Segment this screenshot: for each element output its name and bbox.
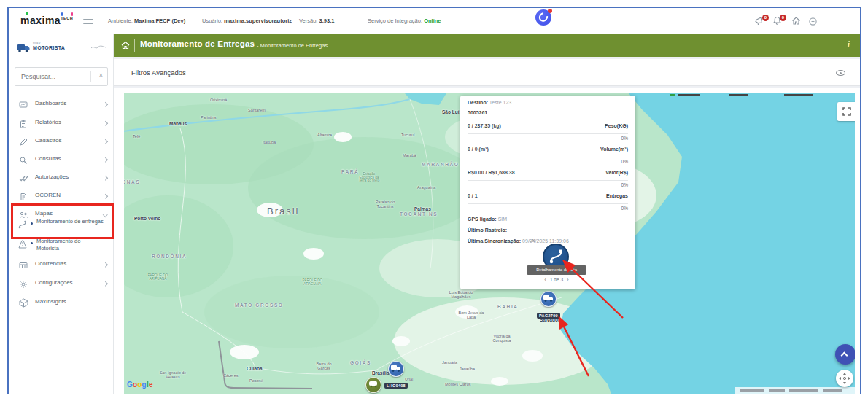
- pagination-prev-icon[interactable]: ‹: [540, 276, 550, 283]
- town-label: Cáceres: [223, 373, 238, 378]
- sidebar-search: ×: [15, 67, 108, 86]
- sidebar-item-dashboards[interactable]: Dashboards: [9, 97, 114, 113]
- page-header: Monitoramento de Entregas - Monitorament…: [114, 34, 860, 57]
- sidebar-subitem-monitoramento-motorista[interactable]: Monitoramento do Motorista: [9, 238, 114, 255]
- report-icon: [19, 118, 28, 131]
- pagination-next-icon[interactable]: ›: [563, 276, 573, 283]
- state-label: RONDÔNIA: [152, 254, 187, 259]
- scroll-to-top-button[interactable]: [835, 344, 855, 365]
- brand-logo: maximaTECH: [20, 15, 73, 26]
- status-online: Online: [424, 17, 441, 24]
- filters-title: Filtros Avançados: [131, 69, 186, 77]
- map-canvas[interactable]: Qntd. Di AMAZONAS PARÁ MARANHÃO TOCANTIN…: [124, 93, 855, 394]
- filters-panel[interactable]: Filtros Avançados: [114, 59, 860, 86]
- route-number: 5005261: [468, 110, 628, 115]
- town-label: Luís Eduardo Magalhães: [443, 290, 478, 299]
- search-menu-icon: [19, 155, 28, 168]
- page-subtitle: - Monitoramento de Entregas: [257, 42, 328, 49]
- sidebar-item-ocorrencias[interactable]: Ocorrências: [9, 257, 114, 273]
- state-label: TOCANTINS: [400, 211, 438, 217]
- park-label: Estação Ecológica da Terra do Meio: [356, 172, 382, 182]
- logo-text-motorista: MOTORISTA: [33, 45, 65, 50]
- sidebar-subitem-monitoramento-entregas[interactable]: Monitoramento de entregas: [9, 218, 114, 235]
- support-chat-icon[interactable]: [535, 9, 551, 26]
- info-icon[interactable]: i: [848, 39, 850, 50]
- megaphone-badge: 0: [762, 15, 769, 21]
- route-detail-tooltip: Detalhamento de rota: [527, 265, 586, 275]
- chat-notification-dot: [548, 9, 552, 13]
- rastreio-row: Último Rastreio:: [468, 227, 628, 233]
- maxmotorista-logo: [16, 42, 31, 56]
- town-label: Poconé: [249, 378, 263, 383]
- road-icon: [18, 239, 28, 252]
- sidebar-item-autorizacoes[interactable]: Autorizações: [9, 171, 114, 187]
- sidebar-item-relatorios[interactable]: Relatórios: [9, 116, 114, 132]
- town-label: Tefé: [133, 134, 140, 139]
- panel-pagination: ‹1 de 3›: [527, 276, 586, 283]
- town-label: Januária: [442, 360, 457, 365]
- sidebar-item-consultas[interactable]: Consultas: [9, 152, 114, 168]
- hamburger-menu-icon[interactable]: [83, 17, 93, 26]
- town-label: Oriximiná: [210, 98, 227, 102]
- sidebar-item-configuracoes[interactable]: Configurações: [9, 276, 114, 292]
- gear-icon: [19, 278, 28, 292]
- document-icon: [19, 191, 28, 204]
- clipped-top-text: Qntd. Di: [635, 93, 846, 97]
- pencil-icon: [19, 136, 28, 149]
- gps-row: GPS ligado: SIM: [468, 217, 628, 222]
- metric-entregas: 0 / 1Entregas: [468, 193, 628, 200]
- country-label: Brasil: [267, 206, 300, 217]
- sidebar-item-ocoren[interactable]: OCOREN: [9, 189, 114, 205]
- eye-icon[interactable]: [836, 70, 845, 76]
- metric-volume-percent: 0%: [621, 159, 628, 164]
- town-label: San Ignacio de Velasco: [155, 370, 191, 379]
- town-label: Barra do Garças: [310, 362, 338, 370]
- park-label: PARQUE DO ARAGUAIA: [301, 278, 325, 285]
- destino-row: Destino: Teste 123: [468, 100, 628, 105]
- metric-valor: R$0.00 / R$1,688.38Valor(R$): [468, 170, 628, 177]
- state-label: MATO GROSSO: [235, 303, 283, 308]
- van-marker-green[interactable]: [365, 377, 381, 393]
- home-icon[interactable]: [791, 15, 802, 29]
- truck-marker-salvador[interactable]: [540, 291, 557, 307]
- version-field: Versão: 3.93.1: [299, 17, 334, 24]
- town-label: Bom Jesus da Lapa: [456, 311, 487, 319]
- town-label: Montes Claros: [445, 382, 470, 386]
- integration-status-field: Serviço de Integração: Online: [368, 17, 441, 24]
- logo-watermark: [90, 44, 106, 50]
- city-label: Porto Velho: [134, 216, 160, 221]
- environment-field: Ambiente: Maxima FECP (Dev): [108, 17, 185, 24]
- bell-badge: 0: [780, 15, 786, 21]
- town-label: Altamira: [317, 133, 332, 137]
- brand-text: maxima: [20, 15, 61, 26]
- app-window: maximaTECH Ambiente: Maxima FECP (Dev) U…: [7, 7, 861, 394]
- town-label: Janaúba: [460, 367, 475, 371]
- user-field: Usuário: maxima.supervisorautoriz: [202, 17, 292, 24]
- power-icon[interactable]: [808, 16, 818, 29]
- town-label: Parintins: [201, 115, 216, 120]
- search-clear-icon[interactable]: ×: [99, 71, 103, 79]
- cube-icon: [19, 297, 28, 311]
- header-home-icon[interactable]: [120, 39, 131, 54]
- metric-peso: 0 / 237,35 (kg)Peso(KG): [468, 123, 628, 131]
- city-label: Manaus: [169, 121, 187, 126]
- town-label: Marabá: [403, 153, 416, 157]
- sidebar-item-maxinsights[interactable]: MaxInsights: [9, 295, 114, 311]
- search-input[interactable]: [21, 68, 90, 85]
- state-label: MARANHÃO: [422, 162, 459, 167]
- city-label: São Luís: [442, 109, 462, 114]
- truck-marker-brasilia[interactable]: [388, 361, 404, 377]
- sidebar-item-cadastros[interactable]: Cadastros: [9, 134, 114, 150]
- google-logo: Google: [127, 381, 153, 389]
- map-card: Qntd. Di AMAZONAS PARÁ MARANHÃO TOCANTIN…: [114, 88, 860, 396]
- fullscreen-icon[interactable]: [837, 102, 855, 121]
- town-label: Itaituba: [263, 140, 276, 144]
- town-label: Paraíso do Tocantins: [371, 200, 400, 209]
- route-icon: [18, 219, 28, 233]
- brand-tick-pink: [71, 12, 73, 16]
- pan-control-button[interactable]: [836, 370, 853, 387]
- metric-peso-percent: 0%: [621, 136, 628, 141]
- town-label: Vitória da Conquista: [487, 334, 516, 343]
- state-label: AMAZONAS: [124, 179, 140, 184]
- state-label: BAHIA: [497, 304, 519, 309]
